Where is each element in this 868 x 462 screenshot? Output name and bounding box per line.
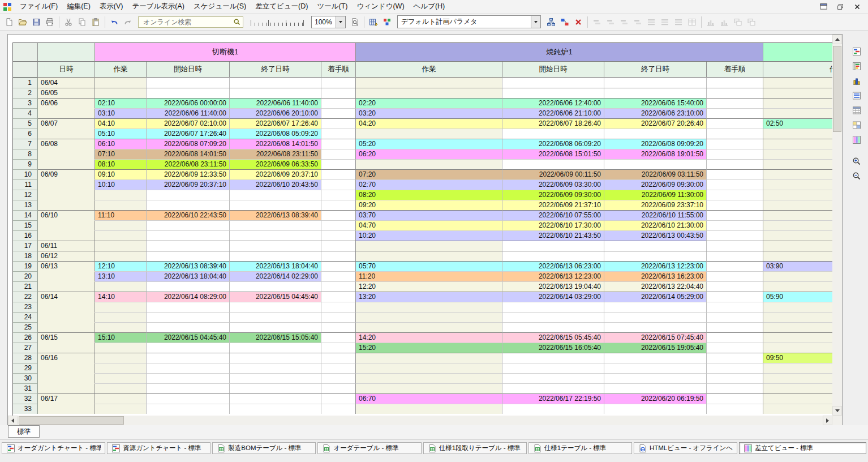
date-cell[interactable] [38,312,95,322]
start-time-cell[interactable] [147,230,230,241]
start-time-cell[interactable] [147,302,230,312]
start-order-cell[interactable] [707,404,763,414]
start-order-cell[interactable] [707,312,763,322]
operation-cell[interactable]: 08:10 [95,159,147,169]
hrows-3-icon[interactable] [672,15,685,28]
end-time-cell[interactable] [230,200,321,210]
start-order-cell[interactable] [707,281,763,292]
start-time-cell[interactable]: 2022/06/08 23:11:50 [147,159,230,169]
start-order-cell[interactable] [321,149,356,159]
start-time-cell[interactable]: 2022/06/08 06:09:20 [502,139,604,149]
chart-column-icon[interactable] [704,15,717,28]
operation-cell[interactable]: 08:20 [356,190,502,200]
operation-cell[interactable]: 03:20 [356,108,502,118]
start-time-cell[interactable] [502,353,604,363]
date-cell[interactable] [38,108,95,118]
delete-red-x-icon[interactable] [571,15,585,28]
start-order-cell[interactable] [707,393,763,404]
dispatch-table-icon[interactable] [850,134,863,146]
operation-cell[interactable] [356,88,502,98]
end-time-cell[interactable] [604,302,707,312]
copy-icon[interactable] [75,15,89,28]
end-time-cell[interactable] [604,159,707,169]
operation-cell[interactable] [763,251,833,261]
start-order-cell[interactable] [707,108,763,118]
row-number-cell[interactable]: 3 [13,98,38,108]
start-order-cell[interactable] [321,312,356,322]
operation-cell[interactable]: 02:20 [356,98,502,108]
end-time-cell[interactable] [604,241,707,251]
win-cascade-icon[interactable] [745,15,758,28]
start-order-cell[interactable] [707,353,763,363]
start-time-cell[interactable]: 2022/06/14 03:29:00 [502,292,604,302]
row-number-cell[interactable]: 32 [13,393,38,404]
header-cell[interactable]: 開始日時 [147,62,230,78]
header-cell[interactable]: 日時 [38,62,95,78]
start-time-cell[interactable] [502,88,604,98]
scroll-right-arrow[interactable] [823,416,832,425]
open-icon[interactable] [16,15,29,28]
start-order-cell[interactable] [707,302,763,312]
end-time-cell[interactable] [604,404,707,414]
window-tab[interactable]: オーダテーブル - 標準 [317,442,421,454]
end-time-cell[interactable]: 2022/06/07 20:26:40 [604,118,707,129]
start-time-cell[interactable] [147,78,230,88]
menu-item[interactable]: スケジュール(S) [189,0,251,13]
end-time-cell[interactable]: 2022/06/13 18:04:40 [230,261,321,271]
start-order-cell[interactable] [707,322,763,332]
row-number-cell[interactable]: 20 [13,271,38,281]
start-order-cell[interactable] [321,302,356,312]
start-time-cell[interactable]: 2022/06/10 17:30:00 [502,220,604,230]
start-order-cell[interactable] [707,179,763,190]
date-cell[interactable]: 06/10 [38,210,95,220]
start-time-cell[interactable] [147,241,230,251]
start-order-cell[interactable] [707,88,763,98]
start-order-cell[interactable] [707,169,763,179]
start-order-cell[interactable] [321,230,356,241]
date-cell[interactable] [38,363,95,373]
row-number-cell[interactable]: 10 [13,169,38,179]
scroll-up-arrow[interactable] [832,35,842,44]
start-time-cell[interactable] [147,281,230,292]
end-time-cell[interactable] [230,363,321,373]
end-time-cell[interactable] [230,88,321,98]
start-time-cell[interactable]: 2022/06/13 19:04:40 [502,281,604,292]
start-time-cell[interactable]: 2022/06/06 21:10:00 [502,108,604,118]
date-cell[interactable]: 06/04 [38,78,95,88]
start-order-cell[interactable] [321,200,356,210]
end-time-cell[interactable] [604,322,707,332]
start-time-cell[interactable]: 2022/06/09 09:30:00 [502,190,604,200]
start-order-cell[interactable] [321,139,356,149]
start-time-cell[interactable]: 2022/06/07 02:10:00 [147,118,230,129]
window-tab[interactable]: HTMLビュー - オフラインヘルプ [634,442,737,454]
end-time-cell[interactable]: 2022/06/08 19:01:50 [604,149,707,159]
start-time-cell[interactable]: 2022/06/13 08:39:40 [147,261,230,271]
operation-cell[interactable] [763,179,833,190]
operation-cell[interactable] [95,404,147,414]
scroll-left-arrow[interactable] [8,416,18,425]
start-order-cell[interactable] [707,190,763,200]
start-order-cell[interactable] [707,78,763,88]
end-time-cell[interactable]: 2022/06/10 21:30:00 [604,220,707,230]
start-order-cell[interactable] [321,108,356,118]
start-time-cell[interactable] [502,129,604,139]
row-number-cell[interactable]: 22 [13,292,38,302]
start-order-cell[interactable] [321,98,356,108]
row-number-cell[interactable]: 30 [13,373,38,383]
operation-cell[interactable]: 02:10 [95,98,147,108]
end-time-cell[interactable] [604,312,707,322]
start-time-cell[interactable] [502,251,604,261]
row-number-cell[interactable]: 11 [13,179,38,190]
start-time-cell[interactable] [502,373,604,383]
date-cell[interactable]: 06/08 [38,139,95,149]
end-time-cell[interactable] [230,220,321,230]
operation-cell[interactable]: 09:50 [763,353,833,363]
start-time-cell[interactable]: 2022/06/06 00:00:00 [147,98,230,108]
operation-cell[interactable] [763,200,833,210]
end-time-cell[interactable]: 2022/06/09 06:33:50 [230,159,321,169]
end-time-cell[interactable]: 2022/06/10 20:43:50 [230,179,321,190]
operation-cell[interactable] [763,383,833,393]
operation-cell[interactable] [763,363,833,373]
operation-cell[interactable] [763,230,833,241]
end-time-cell[interactable]: 2022/06/13 12:23:00 [604,261,707,271]
